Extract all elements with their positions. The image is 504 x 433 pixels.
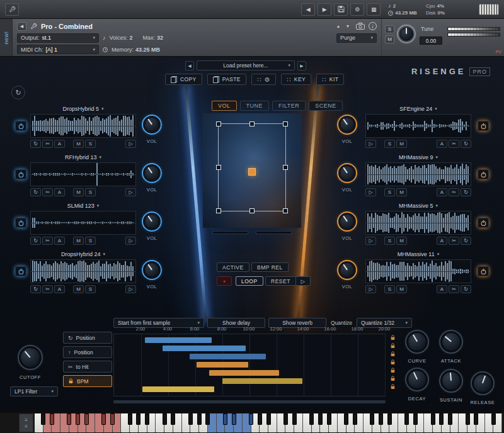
loop-button[interactable]: ↻ [30,188,41,196]
record-button[interactable]: ● [217,276,232,286]
slot-power-button[interactable] [478,218,489,228]
solo-button[interactable]: S [85,188,96,196]
piano-key-black[interactable] [41,413,45,425]
piano-key-black[interactable] [188,413,193,425]
waveform-display[interactable] [365,162,471,186]
row-lock-button[interactable] [389,375,397,381]
piano-key-black[interactable] [404,413,409,425]
piano-keyboard[interactable] [35,413,502,432]
slot-power-button[interactable] [15,218,26,228]
mute-button[interactable]: M [73,285,84,293]
cut-button[interactable]: ✂ [449,237,459,245]
a-button[interactable]: A [437,140,447,148]
slot-power-button[interactable] [478,121,489,131]
piano-key-black[interactable] [76,413,80,425]
piano-key-black[interactable] [309,413,314,425]
pad-handle[interactable] [249,208,255,213]
vol-knob[interactable] [337,115,357,135]
key-mode-button[interactable]: ∷KEY [281,74,311,85]
piano-key-black[interactable] [50,413,54,425]
piano-key-black[interactable] [439,413,444,425]
piano-key-black[interactable] [474,413,478,425]
loop-button[interactable]: ↻ [461,188,471,196]
solo-button-header[interactable]: S [385,25,394,33]
sequence-clip[interactable] [209,370,280,376]
piano-key-black[interactable] [466,413,470,425]
keyboard-toggle-button[interactable] [479,4,499,15]
solo-button[interactable]: S [384,188,395,196]
piano-key-black[interactable] [413,413,418,425]
wrench-icon[interactable] [30,21,37,32]
sequence-clip[interactable] [163,346,245,351]
reset-button[interactable]: RESET [265,276,296,286]
purge-select[interactable]: Purge▾ [336,33,377,43]
wrench-button[interactable] [5,3,19,16]
slot-power-button[interactable] [15,121,26,131]
a-button[interactable]: A [54,285,65,293]
attack-knob[interactable] [439,330,463,354]
a-button[interactable]: A [437,285,447,293]
play-button[interactable]: ▷ [125,140,136,148]
copy-button[interactable]: COPY [165,74,202,85]
solo-button[interactable]: S [85,285,96,293]
piano-key-black[interactable] [84,413,89,425]
a-button[interactable]: A [437,188,447,196]
piano-key-black[interactable] [284,413,288,425]
tab-vol[interactable]: VOL [212,101,237,111]
curve-knob[interactable] [405,330,429,354]
piano-key-black[interactable] [491,413,496,425]
sample-select[interactable]: MHMassive 5▾ [365,201,471,210]
mute-button[interactable]: M [396,188,407,196]
piano-key-black[interactable] [232,413,236,425]
move-up-icon[interactable]: ▴ [337,23,343,29]
piano-key-black[interactable] [448,413,452,425]
row-lock-button[interactable] [389,383,397,390]
vol-knob[interactable] [337,260,357,280]
bpm-lock-button[interactable]: BPM [63,375,112,387]
a-button[interactable]: A [437,237,447,245]
waveform-display[interactable] [30,114,136,138]
xy-cursor[interactable] [248,168,256,176]
waveform-display[interactable] [365,211,471,235]
piano-key-black[interactable] [431,413,435,425]
pad-handle[interactable] [216,165,221,170]
loop-button[interactable]: ↻ [461,237,471,245]
sequence-clip[interactable] [197,362,248,368]
waveform-display[interactable] [30,259,136,283]
to-hit-button[interactable]: ✂to Hit [63,361,112,373]
info-icon[interactable]: i [369,22,377,30]
cut-button[interactable]: ✂ [42,237,53,245]
tune-value[interactable]: 0.00 [420,37,442,45]
sample-select[interactable]: SFEngine 24▾ [365,104,471,113]
sample-select[interactable]: DropsHybrid 5▾ [30,104,136,113]
vol-knob[interactable] [337,163,357,183]
row-lock-button[interactable] [389,359,397,365]
position-button-1[interactable]: ↻Position [63,332,112,344]
solo-button[interactable]: S [384,285,395,293]
mute-button[interactable]: M [396,237,407,245]
position-button-2[interactable]: ↑Position [63,346,112,358]
sequencer-grid[interactable] [113,334,386,396]
pad-handle[interactable] [216,121,221,127]
midi-channel-select[interactable]: MIDI Ch:[A] 1▾ [17,45,99,54]
piano-key-black[interactable] [379,413,383,425]
preset-prev-button[interactable]: ◀ [185,61,194,70]
waveform-display[interactable] [365,259,471,283]
play-button[interactable]: ▷ [365,140,376,148]
piano-key-black[interactable] [171,413,175,425]
cut-button[interactable]: ✂ [42,188,53,196]
a-button[interactable]: A [54,237,65,245]
loop-button[interactable]: ↻ [461,140,471,148]
row-lock-button[interactable] [389,342,397,349]
piano-key-black[interactable] [327,413,331,425]
piano-key-black[interactable] [266,413,271,425]
vol-knob[interactable] [142,211,162,232]
row-lock-button[interactable] [389,334,397,340]
piano-key-black[interactable] [101,413,106,425]
cut-button[interactable]: ✂ [42,285,53,293]
piano-key-black[interactable] [136,413,140,425]
waveform-display[interactable] [30,162,136,186]
play-button[interactable]: ▷ [365,237,376,245]
waveform-display[interactable] [365,114,471,138]
a-button[interactable]: A [54,188,65,196]
